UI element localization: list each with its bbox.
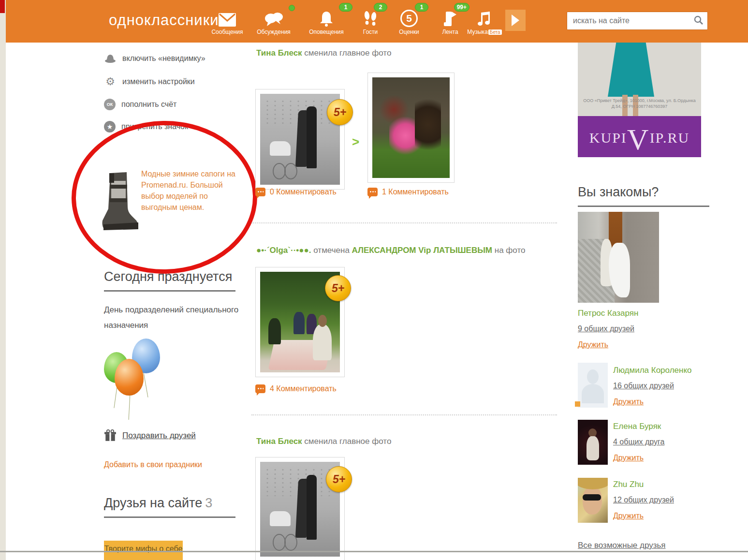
unread-dot <box>289 5 295 11</box>
add-friend-link[interactable]: Дружить <box>613 398 644 406</box>
myths-button[interactable]: Творите мифы о себе <box>104 541 183 560</box>
friends-online-heading: Друзья на сайте3 <box>104 496 235 518</box>
nav-messages[interactable]: Сообщения <box>208 7 247 35</box>
left-window-strip <box>0 0 6 560</box>
feed-item-header: ●•·´Olga`··•●●. отмечена АЛЕКСАНДРОМ Vip… <box>256 246 525 255</box>
kupivip-logo: KUPIVIP.RU <box>578 130 701 146</box>
all-possible-friends-link[interactable]: Все возможные друзья <box>578 541 666 550</box>
suggestion-name[interactable]: Zhu Zhu <box>613 480 644 489</box>
arrow-right-icon: > <box>352 134 359 149</box>
feed-photo-new[interactable] <box>367 73 455 183</box>
congratulate-friends-link[interactable]: Поздравить друзей <box>104 429 196 442</box>
teal-dress-image <box>608 43 654 97</box>
chat-bubbles-icon <box>264 12 283 27</box>
vip-mark: Vip <box>418 246 431 255</box>
author-link[interactable]: Тина Блеск <box>256 437 302 446</box>
add-friend-link[interactable]: Дружить <box>613 512 644 520</box>
bell-icon <box>319 11 334 27</box>
music-note-icon <box>476 11 493 27</box>
mutual-friends-link[interactable]: 4 общих друга <box>613 438 664 446</box>
site-logo[interactable]: одноклассники <box>109 12 219 29</box>
author-link[interactable]: ●•·´Olga`··•●●. <box>256 246 311 255</box>
feed-item-header: Тина Блеск сменила главное фото <box>256 437 391 446</box>
nav-discussions[interactable]: Обсуждения <box>251 7 296 35</box>
comment-link[interactable]: 1 Комментировать <box>367 188 449 196</box>
footprints-icon <box>363 11 378 27</box>
envelope-icon <box>218 13 236 27</box>
mutual-friends-link[interactable]: 12 общих друзей <box>613 496 674 504</box>
star-icon: ★ <box>104 121 116 133</box>
add-holidays-link[interactable]: Добавить в свои праздники <box>104 460 202 469</box>
feed-photo-old[interactable]: 5+ <box>255 89 345 190</box>
sidebar-item-top-up[interactable]: ОК пополнить счёт <box>104 99 176 110</box>
nav-label: Лента <box>433 29 468 35</box>
feed-photo-old[interactable]: 5+ <box>255 457 345 560</box>
rating-5plus-badge: 5+ <box>326 466 352 492</box>
comment-bubble-icon <box>255 188 265 196</box>
you-know-heading: Вы знакомы? <box>578 185 709 207</box>
author-link[interactable]: Тина Блеск <box>256 48 302 58</box>
suggestion-avatar[interactable] <box>578 478 608 523</box>
sidebar-item-invisible-mode[interactable]: включить «невидимку» <box>104 52 205 65</box>
add-friend-link[interactable]: Дружить <box>613 454 644 462</box>
comment-bubble-icon <box>367 188 378 196</box>
suggestion-name[interactable]: Петрос Казарян <box>578 309 638 318</box>
feed-icon <box>443 11 457 27</box>
nav-notifications[interactable]: 1 Оповещения <box>302 7 351 35</box>
suggestion-avatar-placeholder[interactable] <box>578 363 608 408</box>
nav-label: Гости <box>355 29 385 35</box>
ad-disclaimer: ООО «Привет Трейд», 101000, г.Москва, ул… <box>581 98 698 109</box>
feed-item-header: Тина Блеск сменила главное фото <box>256 48 391 58</box>
nav-music[interactable]: МузыкаБета <box>467 7 502 35</box>
ok-coin-icon: ОК <box>104 99 116 110</box>
kupivip-ad-image[interactable]: ООО «Привет Трейд», 101000, г.Москва, ул… <box>578 43 701 116</box>
balloons-image <box>104 339 162 418</box>
play-icon <box>512 15 519 26</box>
nav-label: Сообщения <box>208 29 247 35</box>
nav-feed[interactable]: 99+ Лента <box>433 7 468 35</box>
kupivip-banner[interactable]: KUPIVIP.RU <box>578 116 701 157</box>
feed-photo-tagged[interactable]: 5+ <box>255 267 345 377</box>
comment-link[interactable]: 0 Комментировать <box>255 188 337 196</box>
comment-bubble-icon <box>255 384 265 393</box>
search-input[interactable] <box>572 14 685 28</box>
sidebar-item-label: пополнить счёт <box>121 100 176 109</box>
mutual-friends-link[interactable]: 16 общих друзей <box>613 382 674 390</box>
guests-badge: 2 <box>374 3 387 12</box>
gear-icon: ⚙ <box>104 75 117 88</box>
nav-label: МузыкаБета <box>467 29 502 35</box>
search-icon[interactable] <box>694 15 704 25</box>
nav-label: Оценки <box>392 29 426 35</box>
comment-link[interactable]: 4 Комментировать <box>255 384 337 393</box>
hat-icon <box>104 52 117 65</box>
nav-guests[interactable]: 2 Гости <box>355 7 385 35</box>
page: одноклассники Сообщения Обсужден <box>0 0 748 560</box>
holiday-text: День подразделений специального назначен… <box>104 302 244 333</box>
mutual-friends-link[interactable]: 9 общих друзей <box>578 324 634 333</box>
music-play-button[interactable] <box>505 10 526 31</box>
sidebar-item-settings[interactable]: ⚙ изменить настройки <box>104 75 195 88</box>
beta-tag: Бета <box>488 29 502 35</box>
tagger-link[interactable]: АЛЕКСАНДРОМ <box>352 246 416 255</box>
friends-online-count: 3 <box>205 496 212 510</box>
holiday-heading: Сегодня празднуется <box>104 269 235 292</box>
tagger-link[interactable]: ЛАТЫШЕВЫМ <box>433 246 492 255</box>
nav-marks[interactable]: 5 1 Оценки <box>392 7 426 35</box>
nav-label: Обсуждения <box>251 29 296 35</box>
red-corner-mark <box>0 0 5 13</box>
suggestion-photo-wedding[interactable] <box>578 212 659 303</box>
sidebar-item-label: изменить настройки <box>122 77 195 86</box>
orange-marker <box>575 401 580 407</box>
suggestion-name[interactable]: Елена Буряк <box>613 422 661 431</box>
suggestion-name[interactable]: Людмила Короленко <box>613 366 691 375</box>
rating-5-icon: 5 <box>400 10 418 27</box>
sidebar-item-label: включить «невидимку» <box>122 54 205 63</box>
gift-icon <box>104 429 117 442</box>
suggestion-avatar[interactable] <box>578 420 608 465</box>
bottom-window-edge <box>0 551 748 552</box>
red-circle-annotation <box>70 119 258 276</box>
congratulate-friends-label: Поздравить друзей <box>122 431 196 441</box>
feed-separator <box>251 222 557 223</box>
photo-mother-child <box>372 77 450 178</box>
add-friend-link[interactable]: Дружить <box>578 340 608 349</box>
